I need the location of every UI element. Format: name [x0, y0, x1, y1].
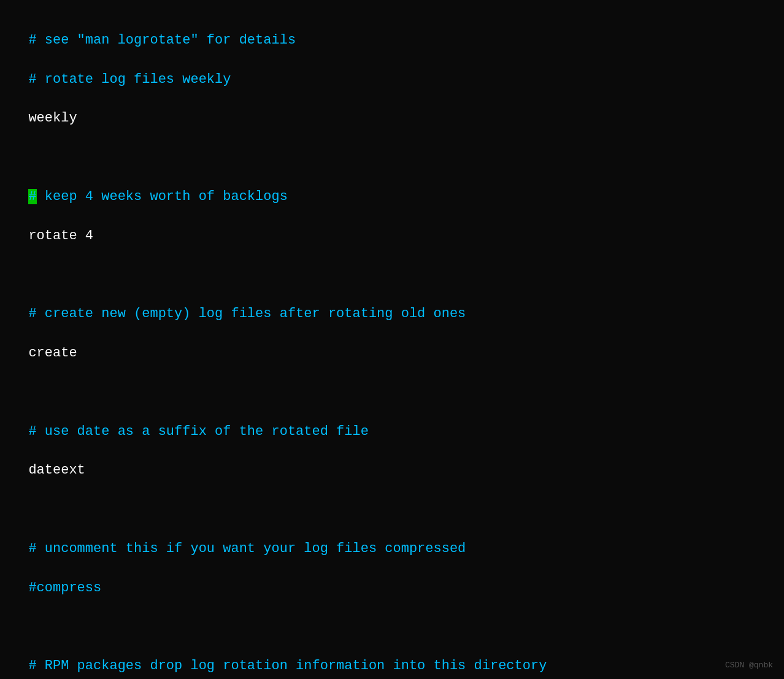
hash-highlight: # [28, 189, 36, 204]
line-8: # create new (empty) log files after rot… [28, 306, 466, 321]
line-3: weekly [28, 110, 77, 126]
watermark: CSDN @qnbk [725, 660, 773, 672]
code-editor: # see "man logrotate" for details # rota… [12, 11, 772, 679]
line-15: #compress [28, 580, 101, 596]
line-2: # rotate log files weekly [28, 72, 231, 87]
line-12: dateext [28, 462, 85, 478]
line-5-rest: keep 4 weeks worth of backlogs [37, 189, 288, 204]
line-17: # RPM packages drop log rotation informa… [28, 658, 547, 673]
line-14: # uncomment this if you want your log fi… [28, 541, 466, 556]
line-6: rotate 4 [28, 228, 93, 244]
line-9: create [28, 345, 77, 361]
line-11: # use date as a suffix of the rotated fi… [28, 424, 369, 439]
line-1: # see "man logrotate" for details [28, 33, 296, 48]
line-5: # keep 4 weeks worth of backlogs [28, 189, 287, 204]
